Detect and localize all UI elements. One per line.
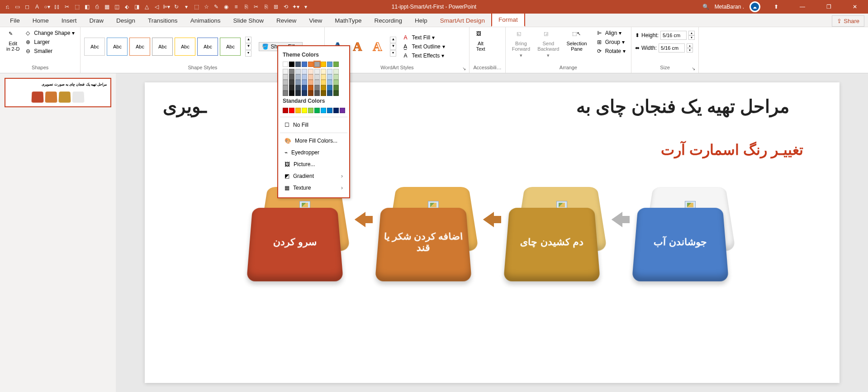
qat-icon[interactable]: ▾: [183, 3, 190, 10]
color-swatch[interactable]: [295, 74, 301, 80]
color-swatch[interactable]: [308, 108, 313, 113]
tab-slideshow[interactable]: Slide Show: [227, 14, 270, 27]
qat-icon[interactable]: ◻: [24, 3, 31, 10]
qat-icon[interactable]: ↻: [173, 3, 180, 10]
color-swatch[interactable]: [283, 74, 288, 80]
search-icon[interactable]: 🔍: [702, 4, 709, 10]
qat-icon[interactable]: ⬚: [73, 3, 81, 10]
color-swatch[interactable]: [333, 74, 339, 80]
color-swatch[interactable]: [321, 91, 326, 96]
tab-insert[interactable]: Insert: [55, 14, 83, 27]
color-swatch[interactable]: [289, 91, 294, 96]
no-fill-item[interactable]: ☐No Fill: [280, 119, 347, 131]
color-swatch[interactable]: [308, 62, 313, 67]
color-swatch[interactable]: [289, 69, 294, 74]
color-swatch[interactable]: [289, 74, 294, 80]
slide-thumbnail[interactable]: 1 مراحل تهیه یک فنجان چای به صورت تصویری: [5, 78, 111, 107]
picture-item[interactable]: 🖼Picture...: [280, 158, 347, 170]
qat-icon[interactable]: ▾: [302, 3, 309, 10]
gallery-more-icon[interactable]: ▾: [390, 50, 396, 57]
bring-forward-button[interactable]: ◱ Bring Forward▾: [509, 29, 533, 64]
color-swatch[interactable]: [314, 69, 320, 74]
qat-icon[interactable]: ◧: [83, 3, 90, 10]
user-name[interactable]: MetaBaran .: [715, 4, 744, 10]
color-swatch[interactable]: [295, 62, 301, 67]
color-swatch[interactable]: [283, 62, 288, 67]
tab-help[interactable]: Help: [408, 14, 434, 27]
color-swatch[interactable]: [327, 85, 332, 91]
color-swatch[interactable]: [308, 91, 313, 96]
qat-icon[interactable]: ≡: [232, 3, 240, 10]
color-swatch[interactable]: [321, 80, 326, 85]
group-button[interactable]: ⊞Group ▾: [595, 38, 627, 46]
gradient-item[interactable]: ◩Gradient›: [280, 170, 347, 182]
color-swatch[interactable]: [327, 80, 332, 85]
color-swatch[interactable]: [308, 69, 313, 74]
shape-style-item[interactable]: Abc: [175, 38, 195, 56]
align-button[interactable]: ⊫Align ▾: [595, 29, 627, 37]
color-swatch[interactable]: [333, 80, 339, 85]
color-swatch[interactable]: [295, 69, 301, 74]
color-swatch[interactable]: [308, 74, 313, 80]
color-swatch[interactable]: [327, 69, 332, 74]
color-swatch[interactable]: [327, 74, 332, 80]
gallery-down-icon[interactable]: ▼: [245, 43, 251, 50]
qat-icon[interactable]: ✂: [63, 3, 71, 10]
qat-icon[interactable]: ◉: [223, 3, 230, 10]
qat-icon[interactable]: ☆: [203, 3, 210, 10]
send-backward-button[interactable]: ◲ Send Backward▾: [535, 29, 562, 64]
color-swatch[interactable]: [295, 85, 301, 91]
tab-smartart-design[interactable]: SmartArt Design: [434, 14, 491, 27]
color-swatch[interactable]: [302, 69, 307, 74]
qat-icon[interactable]: ▦: [103, 3, 110, 10]
share-button[interactable]: ⇪ Share: [832, 15, 864, 27]
change-shape-button[interactable]: ◇Change Shape ▾: [24, 29, 76, 37]
wordart-style-item[interactable]: A: [368, 38, 386, 56]
color-swatch[interactable]: [321, 74, 326, 80]
eyedropper-item[interactable]: ⌁Eyedropper: [280, 147, 347, 158]
alt-text-button[interactable]: 🖼 Alt Text: [473, 29, 488, 64]
wordart-style-item[interactable]: A: [348, 38, 366, 56]
text-outline-button[interactable]: A̲Text Outline ▾: [402, 43, 446, 51]
color-swatch[interactable]: [289, 108, 294, 113]
larger-button[interactable]: ⊕Larger: [24, 38, 76, 46]
user-avatar[interactable]: [749, 1, 760, 12]
color-swatch[interactable]: [308, 80, 313, 85]
qat-icon[interactable]: ◫: [113, 3, 120, 10]
edit-in-2d-button[interactable]: ✎ Edit in 2-D: [4, 29, 22, 64]
gallery-up-icon[interactable]: ▲: [245, 37, 251, 43]
color-swatch[interactable]: [321, 108, 326, 113]
color-swatch[interactable]: [314, 85, 320, 91]
color-swatch[interactable]: [321, 69, 326, 74]
smartart-step[interactable]: اضافه کردن شکر یا قند: [365, 177, 491, 290]
color-swatch[interactable]: [283, 91, 288, 96]
dialog-launcher-icon[interactable]: ↘: [692, 66, 697, 72]
color-swatch[interactable]: [333, 69, 339, 74]
qat-icon[interactable]: ⬖: [123, 3, 130, 10]
tab-file[interactable]: File: [4, 14, 26, 27]
maximize-icon[interactable]: ❐: [818, 0, 839, 14]
qat-icon[interactable]: ⬚: [193, 3, 200, 10]
smartart-step[interactable]: دم کشیدن چای: [493, 177, 620, 290]
height-input[interactable]: [660, 31, 687, 40]
spinner-up[interactable]: ▲: [688, 31, 695, 35]
color-swatch[interactable]: [333, 91, 339, 96]
shape-style-item[interactable]: Abc: [84, 38, 105, 56]
gallery-down-icon[interactable]: ▼: [390, 43, 396, 50]
color-swatch[interactable]: [295, 108, 301, 113]
text-effects-button[interactable]: AText Effects ▾: [402, 52, 446, 60]
qat-icon[interactable]: ⎌: [4, 3, 11, 10]
color-swatch[interactable]: [314, 91, 320, 96]
color-swatch[interactable]: [302, 91, 307, 96]
qat-icon[interactable]: ◁: [153, 3, 160, 10]
color-swatch[interactable]: [289, 85, 294, 91]
text-fill-button[interactable]: AText Fill ▾: [402, 33, 446, 42]
color-swatch[interactable]: [289, 62, 294, 67]
color-swatch[interactable]: [340, 108, 345, 113]
qat-icon[interactable]: A: [33, 3, 41, 10]
smartart-step[interactable]: جوشاندن آب: [621, 177, 748, 290]
qat-icon[interactable]: ⟲: [282, 3, 289, 10]
spinner-up[interactable]: ▲: [687, 43, 693, 48]
slide[interactable]: ـویری مراحل تهیه یک فنجان چای به تغییـر …: [145, 82, 840, 383]
qat-icon[interactable]: ⎘: [262, 3, 270, 10]
